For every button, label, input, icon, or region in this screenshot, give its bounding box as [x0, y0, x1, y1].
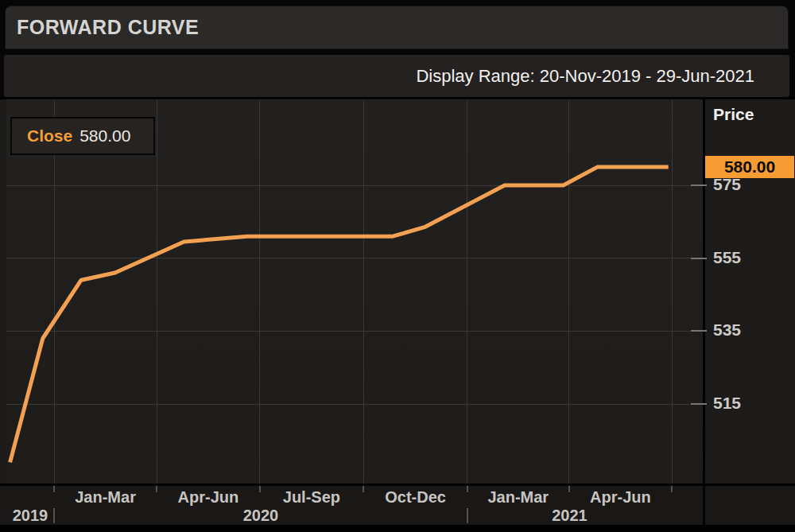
price-tick-label: 515	[713, 394, 769, 413]
bottom-border	[0, 525, 795, 532]
price-tick-label: 555	[713, 248, 769, 267]
price-tick-mark	[691, 330, 707, 332]
page-title: FORWARD CURVE	[17, 16, 199, 39]
quarter-label: Oct-Dec	[364, 488, 467, 507]
year-label: 2020	[209, 507, 312, 525]
year-label: 2019	[0, 507, 82, 525]
year-divider-tick	[53, 508, 55, 523]
quarter-label: Apr-Jun	[568, 488, 672, 507]
last-price-badge: 580.00	[705, 156, 794, 178]
legend-series-name: Close	[27, 126, 72, 146]
title-bar: FORWARD CURVE	[5, 6, 789, 49]
year-label: 2021	[518, 507, 621, 525]
price-tick-mark	[691, 184, 707, 186]
price-axis-title: Price	[713, 105, 754, 124]
chart-plot-area[interactable]	[6, 99, 703, 483]
chart-left-margin	[0, 99, 6, 483]
legend-box: Close 580.00	[10, 117, 155, 155]
date-axis: Jan-MarApr-JunJul-SepOct-DecJan-MarApr-J…	[0, 483, 795, 525]
price-tick-mark	[691, 403, 707, 405]
forward-curve-line	[6, 99, 703, 483]
quarter-label: Jan-Mar	[467, 488, 570, 507]
quarter-label: Jul-Sep	[260, 488, 363, 507]
price-tick-mark	[691, 258, 707, 259]
price-tick-label: 535	[713, 320, 769, 340]
quarter-label: Jan-Mar	[54, 488, 157, 507]
quarter-label: Apr-Jun	[157, 488, 260, 507]
legend-series-value: 580.00	[80, 126, 130, 146]
display-range-text: Display Range: 20-Nov-2019 - 29-Jun-2021	[416, 66, 754, 87]
display-range-bar[interactable]: Display Range: 20-Nov-2019 - 29-Jun-2021	[4, 55, 789, 97]
year-divider-tick	[467, 508, 468, 523]
forward-curve-window: FORWARD CURVE Display Range: 20-Nov-2019…	[0, 0, 795, 532]
